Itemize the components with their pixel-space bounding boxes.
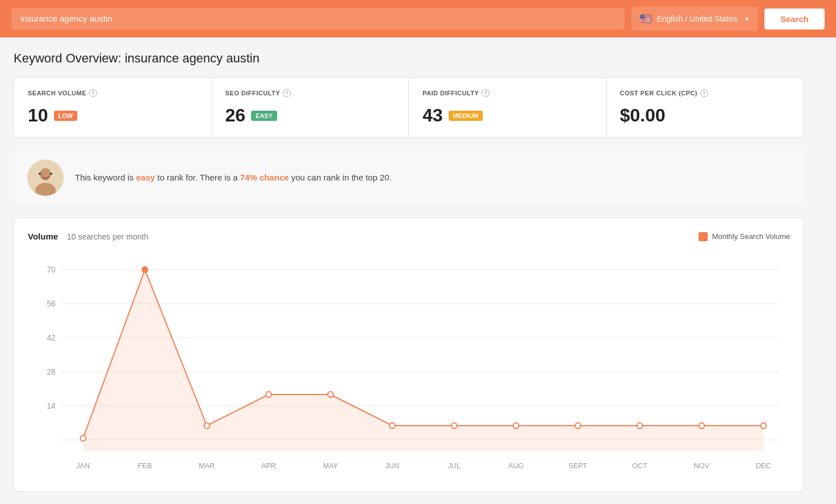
search-volume-help-icon[interactable]: ? — [89, 89, 97, 97]
svg-text:NOV: NOV — [694, 461, 710, 470]
chevron-down-icon: ▼ — [744, 16, 750, 22]
page-title: Keyword Overview: insurance agency austi… — [14, 51, 804, 66]
info-text: This keyword is easy to rank for. There … — [75, 171, 392, 184]
chart-area: 70 56 42 28 14 — [28, 253, 790, 480]
svg-point-24 — [390, 423, 395, 429]
svg-text:56: 56 — [47, 300, 55, 308]
chart-subtitle: 10 searches per month — [67, 232, 148, 241]
search-volume-label: Search Volume ? — [28, 89, 198, 97]
svg-text:JAN: JAN — [76, 461, 90, 470]
svg-point-28 — [637, 423, 643, 429]
svg-text:MAR: MAR — [199, 461, 215, 470]
metric-card-seo-difficulty: SEO Difficulty ? 26 EASY — [212, 78, 409, 137]
cpc-help-icon[interactable]: ? — [700, 89, 708, 97]
chart-title: Volume — [28, 232, 58, 241]
flag-icon: 🇺🇸 — [639, 12, 652, 25]
svg-text:DEC: DEC — [756, 461, 771, 470]
svg-point-22 — [266, 392, 271, 397]
chart-header: Volume 10 searches per month Monthly Sea… — [28, 232, 790, 241]
metric-cards: Search Volume ? 10 LOW SEO Difficulty ? … — [14, 77, 804, 138]
search-input-wrap[interactable] — [11, 8, 625, 30]
seo-difficulty-label: SEO Difficulty ? — [225, 89, 395, 97]
svg-text:APR: APR — [261, 461, 276, 470]
chart-title-area: Volume 10 searches per month — [28, 232, 148, 241]
avatar-svg — [27, 159, 64, 196]
chart-container: Volume 10 searches per month Monthly Sea… — [14, 217, 804, 492]
svg-point-29 — [699, 423, 705, 429]
svg-text:OCT: OCT — [632, 461, 647, 470]
language-label: English / United States — [657, 14, 737, 23]
chart-svg: 70 56 42 28 14 — [28, 253, 790, 480]
metric-card-search-volume: Search Volume ? 10 LOW — [14, 78, 212, 137]
search-volume-value: 10 LOW — [28, 105, 198, 126]
page-title-prefix: Keyword Overview: — [14, 51, 122, 65]
svg-point-19 — [80, 435, 86, 441]
svg-text:28: 28 — [47, 368, 55, 376]
avatar — [27, 159, 64, 196]
svg-point-25 — [452, 423, 457, 429]
cpc-label: Cost Per Click (CPC) ? — [620, 89, 791, 97]
cpc-value: $0.00 — [620, 105, 791, 126]
header: 🇺🇸 English / United States ▼ Search — [0, 0, 836, 37]
svg-text:AUG: AUG — [508, 461, 524, 470]
paid-difficulty-label: Paid Difficulty ? — [423, 89, 592, 97]
info-chance: 74% chance — [240, 173, 289, 182]
svg-point-26 — [513, 423, 519, 429]
paid-difficulty-value: 43 MEDIUM — [423, 105, 592, 126]
svg-text:70: 70 — [47, 266, 55, 274]
language-selector[interactable]: 🇺🇸 English / United States ▼ — [632, 7, 758, 31]
svg-point-3 — [41, 169, 50, 178]
svg-marker-18 — [83, 270, 763, 451]
page-title-keyword: insurance agency austin — [125, 51, 260, 65]
seo-difficulty-help-icon[interactable]: ? — [283, 89, 291, 97]
seo-difficulty-value: 26 EASY — [225, 105, 395, 126]
search-button[interactable]: Search — [764, 9, 825, 30]
search-volume-badge: LOW — [54, 111, 78, 121]
legend-color-box — [699, 232, 708, 241]
main-content: Keyword Overview: insurance agency austi… — [0, 37, 818, 504]
svg-point-5 — [39, 173, 41, 175]
paid-difficulty-help-icon[interactable]: ? — [482, 89, 490, 97]
svg-point-23 — [328, 392, 333, 397]
svg-point-6 — [50, 173, 52, 175]
seo-difficulty-badge: EASY — [251, 111, 277, 121]
info-box: This keyword is easy to rank for. There … — [14, 149, 804, 206]
paid-difficulty-badge: MEDIUM — [449, 111, 483, 121]
svg-text:42: 42 — [47, 334, 55, 342]
svg-point-30 — [760, 423, 766, 429]
chart-legend: Monthly Search Volume — [699, 232, 790, 241]
legend-label: Monthly Search Volume — [712, 232, 790, 241]
svg-point-20 — [142, 267, 148, 272]
svg-point-27 — [575, 423, 581, 429]
metric-card-paid-difficulty: Paid Difficulty ? 43 MEDIUM — [409, 78, 607, 137]
svg-text:JUL: JUL — [448, 461, 461, 470]
svg-text:SEPT: SEPT — [569, 461, 587, 470]
svg-text:FEB: FEB — [138, 461, 152, 470]
svg-text:14: 14 — [47, 402, 55, 410]
svg-point-21 — [204, 423, 210, 429]
svg-text:JUN: JUN — [386, 461, 400, 470]
metric-card-cpc: Cost Per Click (CPC) ? $0.00 — [607, 78, 804, 137]
svg-text:MAY: MAY — [323, 461, 338, 470]
info-easy: easy — [136, 173, 155, 182]
search-input[interactable] — [20, 14, 616, 23]
